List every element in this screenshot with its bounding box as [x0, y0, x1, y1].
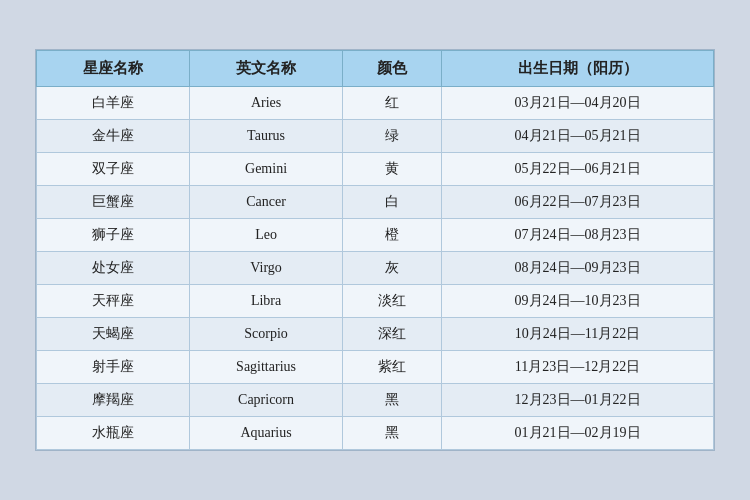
cell-english: Leo [190, 219, 343, 252]
cell-color: 绿 [343, 120, 442, 153]
cell-date: 06月22日—07月23日 [442, 186, 714, 219]
cell-color: 黑 [343, 384, 442, 417]
cell-chinese: 水瓶座 [37, 417, 190, 450]
table-row: 天蝎座Scorpio深红10月24日—11月22日 [37, 318, 714, 351]
cell-color: 深红 [343, 318, 442, 351]
table-row: 白羊座Aries红03月21日—04月20日 [37, 87, 714, 120]
table-row: 双子座Gemini黄05月22日—06月21日 [37, 153, 714, 186]
cell-english: Sagittarius [190, 351, 343, 384]
table-row: 金牛座Taurus绿04月21日—05月21日 [37, 120, 714, 153]
cell-color: 黄 [343, 153, 442, 186]
cell-chinese: 狮子座 [37, 219, 190, 252]
cell-chinese: 处女座 [37, 252, 190, 285]
cell-date: 10月24日—11月22日 [442, 318, 714, 351]
cell-color: 灰 [343, 252, 442, 285]
cell-color: 红 [343, 87, 442, 120]
cell-chinese: 天秤座 [37, 285, 190, 318]
cell-english: Virgo [190, 252, 343, 285]
cell-date: 11月23日—12月22日 [442, 351, 714, 384]
table-row: 射手座Sagittarius紫红11月23日—12月22日 [37, 351, 714, 384]
col-header-chinese: 星座名称 [37, 51, 190, 87]
table-row: 水瓶座Aquarius黑01月21日—02月19日 [37, 417, 714, 450]
cell-color: 紫红 [343, 351, 442, 384]
cell-date: 12月23日—01月22日 [442, 384, 714, 417]
cell-date: 04月21日—05月21日 [442, 120, 714, 153]
cell-color: 白 [343, 186, 442, 219]
table-row: 处女座Virgo灰08月24日—09月23日 [37, 252, 714, 285]
cell-english: Aquarius [190, 417, 343, 450]
cell-chinese: 双子座 [37, 153, 190, 186]
cell-color: 淡红 [343, 285, 442, 318]
table-row: 巨蟹座Cancer白06月22日—07月23日 [37, 186, 714, 219]
cell-chinese: 白羊座 [37, 87, 190, 120]
cell-english: Aries [190, 87, 343, 120]
cell-chinese: 巨蟹座 [37, 186, 190, 219]
col-header-english: 英文名称 [190, 51, 343, 87]
table-row: 狮子座Leo橙07月24日—08月23日 [37, 219, 714, 252]
cell-color: 橙 [343, 219, 442, 252]
cell-date: 03月21日—04月20日 [442, 87, 714, 120]
cell-english: Libra [190, 285, 343, 318]
cell-english: Gemini [190, 153, 343, 186]
cell-english: Scorpio [190, 318, 343, 351]
cell-english: Taurus [190, 120, 343, 153]
cell-chinese: 摩羯座 [37, 384, 190, 417]
zodiac-table: 星座名称 英文名称 颜色 出生日期（阳历） 白羊座Aries红03月21日—04… [36, 50, 714, 450]
cell-chinese: 金牛座 [37, 120, 190, 153]
cell-date: 09月24日—10月23日 [442, 285, 714, 318]
cell-english: Capricorn [190, 384, 343, 417]
table-row: 天秤座Libra淡红09月24日—10月23日 [37, 285, 714, 318]
cell-date: 08月24日—09月23日 [442, 252, 714, 285]
cell-date: 07月24日—08月23日 [442, 219, 714, 252]
zodiac-table-container: 星座名称 英文名称 颜色 出生日期（阳历） 白羊座Aries红03月21日—04… [35, 49, 715, 451]
cell-date: 01月21日—02月19日 [442, 417, 714, 450]
cell-color: 黑 [343, 417, 442, 450]
table-row: 摩羯座Capricorn黑12月23日—01月22日 [37, 384, 714, 417]
cell-english: Cancer [190, 186, 343, 219]
cell-chinese: 射手座 [37, 351, 190, 384]
col-header-color: 颜色 [343, 51, 442, 87]
table-body: 白羊座Aries红03月21日—04月20日金牛座Taurus绿04月21日—0… [37, 87, 714, 450]
table-header-row: 星座名称 英文名称 颜色 出生日期（阳历） [37, 51, 714, 87]
cell-date: 05月22日—06月21日 [442, 153, 714, 186]
col-header-date: 出生日期（阳历） [442, 51, 714, 87]
cell-chinese: 天蝎座 [37, 318, 190, 351]
